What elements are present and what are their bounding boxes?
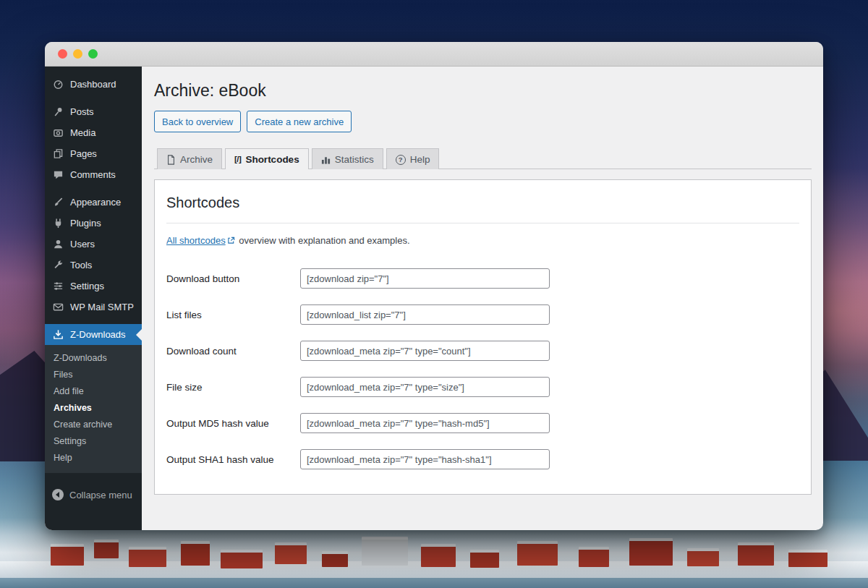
- sidebar-item-label: Z-Downloads: [70, 330, 126, 340]
- user-icon: [52, 239, 64, 250]
- field-row: Download count: [166, 341, 799, 361]
- submenu-item-create-archive[interactable]: Create archive: [45, 417, 142, 433]
- sliders-icon: [52, 281, 64, 291]
- tab-archive[interactable]: Archive: [157, 148, 222, 169]
- admin-sidebar: Dashboard Posts Media: [45, 67, 142, 530]
- village-house: [421, 544, 456, 567]
- window-titlebar[interactable]: [45, 42, 823, 67]
- intro-text: overview with explanation and examples.: [237, 235, 410, 246]
- sidebar-item-users[interactable]: Users: [45, 234, 142, 255]
- sidebar-item-label: Plugins: [70, 218, 101, 229]
- sidebar-item-appearance[interactable]: Appearance: [45, 192, 142, 213]
- admin-menu: Dashboard Posts Media: [45, 67, 142, 345]
- tab-label: Archive: [180, 154, 213, 165]
- village-house: [579, 547, 609, 567]
- submenu-item-files[interactable]: Files: [45, 367, 142, 383]
- sidebar-item-z-downloads[interactable]: Z-Downloads: [45, 324, 142, 345]
- sidebar-item-wp-mail-smtp[interactable]: WP Mail SMTP: [45, 297, 142, 318]
- submenu-item-z-downloads[interactable]: Z-Downloads: [45, 350, 142, 367]
- field-label: Download button: [166, 273, 300, 284]
- download-button-shortcode-input[interactable]: [300, 268, 550, 289]
- download-count-shortcode-input[interactable]: [300, 341, 550, 361]
- field-label: Output MD5 hash value: [166, 418, 300, 429]
- shortcodes-panel: Shortcodes All shortcodes overview with …: [154, 179, 812, 495]
- village-house: [275, 542, 307, 564]
- dashboard-icon: [52, 79, 64, 90]
- sidebar-item-label: Appearance: [70, 197, 121, 208]
- minimize-window-button[interactable]: [73, 49, 82, 59]
- village-house: [221, 550, 263, 568]
- village-house: [94, 540, 119, 558]
- field-label: Output SHA1 hash value: [166, 454, 300, 465]
- camera-icon: [52, 127, 64, 138]
- field-row: Output SHA1 hash value: [166, 449, 799, 469]
- list-files-shortcode-input[interactable]: [300, 304, 550, 325]
- panel-heading: Shortcodes: [166, 195, 799, 223]
- create-new-archive-button[interactable]: Create a new archive: [247, 111, 352, 132]
- app-window: Dashboard Posts Media: [45, 42, 823, 530]
- pages-icon: [52, 148, 64, 159]
- collapse-menu-button[interactable]: Collapse menu: [45, 483, 142, 506]
- field-label: Download count: [166, 346, 300, 357]
- tab-bar: Archive [/] Shortcodes Statistics ? Help: [154, 148, 812, 169]
- submenu-item-add-file[interactable]: Add file: [45, 383, 142, 400]
- all-shortcodes-link[interactable]: All shortcodes: [166, 235, 226, 246]
- submenu-item-settings[interactable]: Settings: [45, 433, 142, 450]
- village-house: [470, 550, 499, 568]
- field-row: Output MD5 hash value: [166, 413, 799, 433]
- menu-separator: [45, 95, 142, 101]
- field-label: List files: [166, 310, 300, 320]
- sidebar-item-pages[interactable]: Pages: [45, 143, 142, 164]
- back-to-overview-button[interactable]: Back to overview: [154, 111, 241, 132]
- brush-icon: [52, 197, 64, 208]
- sidebar-item-label: WP Mail SMTP: [70, 302, 134, 312]
- village-house: [738, 542, 774, 566]
- village-house: [129, 547, 166, 567]
- tab-statistics[interactable]: Statistics: [312, 148, 383, 169]
- sidebar-item-tools[interactable]: Tools: [45, 255, 142, 276]
- sidebar-item-comments[interactable]: Comments: [45, 164, 142, 185]
- sidebar-item-posts[interactable]: Posts: [45, 101, 142, 122]
- submenu-item-archives[interactable]: Archives: [45, 400, 142, 417]
- sha1-hash-shortcode-input[interactable]: [300, 449, 550, 469]
- tab-help[interactable]: ? Help: [386, 148, 440, 169]
- village-house: [322, 551, 348, 567]
- download-icon: [52, 329, 64, 340]
- tab-label: Statistics: [335, 154, 374, 165]
- close-window-button[interactable]: [58, 49, 67, 59]
- shortcodes-intro: All shortcodes overview with explanation…: [166, 235, 799, 247]
- file-size-shortcode-input[interactable]: [300, 377, 550, 397]
- waterline: [0, 578, 868, 588]
- submenu-item-help[interactable]: Help: [45, 450, 142, 466]
- pin-icon: [52, 106, 64, 117]
- sidebar-item-label: Pages: [70, 149, 97, 159]
- sidebar-item-label: Users: [70, 239, 95, 250]
- z-downloads-submenu: Z-Downloads Files Add file Archives Crea…: [45, 345, 142, 473]
- sidebar-item-plugins[interactable]: Plugins: [45, 213, 142, 234]
- sidebar-item-dashboard[interactable]: Dashboard: [45, 74, 142, 95]
- village-house: [629, 538, 673, 566]
- field-row: File size: [166, 377, 799, 397]
- menu-separator: [45, 185, 142, 192]
- field-row: Download button: [166, 268, 799, 289]
- sidebar-item-label: Dashboard: [70, 80, 116, 90]
- menu-separator: [45, 318, 142, 324]
- village-building: [362, 537, 408, 566]
- external-link-icon: [227, 236, 235, 247]
- md5-hash-shortcode-input[interactable]: [300, 413, 550, 433]
- envelope-icon: [52, 302, 64, 312]
- tab-shortcodes[interactable]: [/] Shortcodes: [225, 148, 309, 169]
- bar-chart-icon: [321, 155, 331, 165]
- plug-icon: [52, 218, 64, 229]
- admin-content: Archive: eBook Back to overview Create a…: [142, 67, 823, 530]
- window-body: Dashboard Posts Media: [45, 67, 823, 530]
- sidebar-item-media[interactable]: Media: [45, 122, 142, 143]
- maximize-window-button[interactable]: [88, 49, 98, 59]
- wrench-icon: [52, 260, 64, 270]
- village-house: [51, 544, 84, 566]
- sidebar-item-label: Posts: [70, 107, 94, 117]
- collapse-menu-label: Collapse menu: [69, 490, 132, 500]
- tab-label: Shortcodes: [245, 154, 299, 165]
- sidebar-item-settings[interactable]: Settings: [45, 276, 142, 297]
- help-icon: ?: [396, 155, 406, 165]
